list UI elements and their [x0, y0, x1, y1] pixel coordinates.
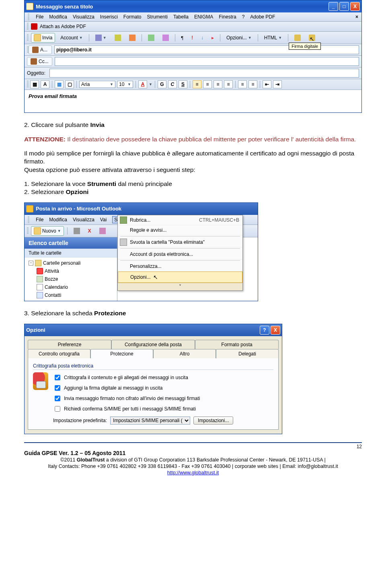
tab-delegati[interactable]: Delegati	[216, 349, 279, 358]
list-num-button[interactable]: ≡	[238, 80, 247, 88]
toolbar-btn[interactable]: ¶	[179, 34, 186, 42]
fmt-btn[interactable]: ▦	[30, 80, 39, 88]
checkbox[interactable]	[55, 375, 60, 380]
tab-ortografia[interactable]: Controllo ortografia	[28, 349, 90, 358]
align-justify-button[interactable]: ≡	[224, 80, 233, 88]
menu-item-svuota[interactable]: Svuota la cartella "Posta eliminata"	[118, 237, 242, 247]
checkbox[interactable]	[55, 385, 60, 391]
menu-expand-button[interactable]: ˅	[118, 283, 242, 290]
toolbar-grip[interactable]	[28, 216, 29, 223]
menu-modifica[interactable]: Modifica	[49, 14, 67, 20]
encrypt-button[interactable]	[292, 33, 304, 42]
toolbar-btn[interactable]	[126, 33, 138, 42]
tab-formato-posta[interactable]: Formato posta	[195, 340, 279, 349]
menu-file[interactable]: File	[36, 14, 43, 20]
menu-visualizza[interactable]: Visualizza	[73, 217, 94, 223]
font-color-button[interactable]: A	[138, 80, 147, 88]
menu-formato[interactable]: Formato	[123, 14, 142, 20]
toolbar-btn[interactable]: ▸	[209, 34, 217, 42]
italic-button[interactable]: C	[168, 80, 177, 88]
tree-root[interactable]: −Cartelle personali	[27, 259, 115, 267]
menu-file[interactable]: File	[36, 217, 43, 223]
align-center-button[interactable]: ≡	[203, 80, 212, 88]
toolbar-grip[interactable]	[27, 227, 29, 235]
menu-adobe-pdf[interactable]: Adobe PDF	[250, 14, 275, 20]
email-body[interactable]: Prova email firmata	[25, 90, 361, 112]
fmt-btn[interactable]: ▢	[65, 80, 74, 88]
cc-input[interactable]	[55, 57, 359, 66]
toolbar-btn[interactable]	[145, 33, 157, 42]
fmt-btn[interactable]: A	[41, 80, 49, 88]
list-bullet-button[interactable]: ≡	[248, 80, 257, 88]
menu-tabella[interactable]: Tabella	[173, 14, 189, 20]
send-button[interactable]: Invia	[31, 33, 55, 43]
close-button[interactable]: X	[271, 326, 280, 335]
menu-item-personalizza[interactable]: Personalizza...	[118, 261, 242, 272]
tree-item[interactable]: Bozze	[27, 275, 115, 283]
toolbar-btn[interactable]	[112, 33, 124, 42]
tree-item[interactable]: Contatti	[27, 291, 115, 299]
chk-encrypt[interactable]: Crittografa il contenuto e gli allegati …	[53, 372, 273, 383]
menu-vai[interactable]: Vai	[100, 217, 107, 223]
fmt-btn[interactable]: ▦	[55, 80, 64, 88]
tab-config-posta[interactable]: Configurazione della posta	[111, 340, 195, 349]
print-button[interactable]	[71, 227, 83, 235]
preset-select[interactable]: Impostazioni S/MIME personali (	[110, 416, 190, 425]
toolbar-grip[interactable]	[28, 14, 29, 20]
tree-item[interactable]: Attività	[27, 267, 115, 275]
menu-inserisci[interactable]: Inserisci	[100, 14, 118, 20]
toolbar-btn[interactable]: ↓	[198, 34, 206, 42]
toolbar-btn[interactable]	[160, 33, 172, 42]
digital-sign-button[interactable]: ↖ Firma digitale	[306, 33, 318, 42]
menu-enigma[interactable]: ENIGMA	[194, 14, 213, 20]
reply-button[interactable]	[96, 227, 109, 235]
font-size-select[interactable]: 10▼	[117, 81, 133, 88]
titlebar[interactable]: Messaggio senza titolo _ □ X	[25, 0, 361, 12]
underline-button[interactable]: S	[179, 80, 187, 88]
menu-finestra[interactable]: Finestra	[219, 14, 236, 20]
close-button[interactable]: X	[350, 2, 360, 11]
tab-protezione[interactable]: Protezione	[90, 349, 153, 358]
new-button[interactable]: Nuovo▼	[31, 226, 64, 236]
menu-strumenti[interactable]: Strumenti	[147, 14, 168, 20]
account-button[interactable]: Account▼	[57, 34, 85, 42]
chk-cleartext[interactable]: Invia messaggio firmato non cifrato all'…	[53, 393, 273, 404]
help-button[interactable]: ?	[260, 326, 269, 335]
checkbox[interactable]	[55, 406, 60, 412]
menu-help[interactable]: ?	[242, 14, 245, 20]
checkbox[interactable]	[55, 396, 60, 401]
chk-receipt[interactable]: Richiedi conferma S/MIME per tutti i mes…	[53, 404, 273, 414]
chk-sign[interactable]: Aggiungi la firma digitale ai messaggi i…	[53, 383, 273, 393]
maximize-button[interactable]: □	[339, 2, 349, 11]
align-right-button[interactable]: ≡	[214, 80, 222, 88]
to-button[interactable]: A...	[29, 45, 52, 54]
menu-item-account[interactable]: Account di posta elettronica...	[118, 249, 242, 259]
toolbar-btn[interactable]: !	[189, 34, 196, 42]
tab-altro[interactable]: Altro	[153, 349, 216, 358]
bold-button[interactable]: G	[158, 80, 166, 88]
toolbar-grip[interactable]	[27, 23, 29, 30]
footer-link[interactable]: http://www.globaltrust.it	[167, 470, 219, 476]
subject-input[interactable]	[49, 69, 359, 78]
indent-button[interactable]: ⇥	[273, 80, 282, 88]
options-button[interactable]: Opzioni...▼	[224, 34, 255, 42]
titlebar[interactable]: Posta in arrivo - Microsoft Outlook	[25, 203, 258, 215]
font-select[interactable]: Aria▼	[79, 81, 115, 88]
minimize-button[interactable]: _	[329, 2, 338, 11]
menu-modifica[interactable]: Modifica	[49, 217, 67, 223]
tab-preferenze[interactable]: Preferenze	[28, 340, 111, 349]
outdent-button[interactable]: ⇤	[263, 80, 271, 88]
attach-adobe-pdf-button[interactable]: Attach as Adobe PDF	[40, 24, 86, 29]
menu-item-rubrica[interactable]: Rubrica... CTRL+MAIUSC+B	[118, 215, 242, 225]
toolbar-btn[interactable]: ▼	[92, 33, 109, 42]
html-format-button[interactable]: HTML▼	[261, 34, 285, 42]
subwindow-close-button[interactable]: ×	[355, 14, 358, 20]
toolbar-grip[interactable]	[27, 34, 29, 41]
align-left-button[interactable]: ≡	[193, 80, 201, 88]
tree-item[interactable]: Calendario	[27, 283, 115, 291]
delete-button[interactable]: X	[85, 227, 94, 235]
menu-item-regole[interactable]: Regole e avvisi...	[118, 225, 242, 235]
cc-button[interactable]: Cc...	[27, 57, 52, 66]
menu-item-opzioni[interactable]: Opzioni... ↖	[118, 272, 242, 283]
menu-visualizza[interactable]: Visualizza	[73, 14, 94, 20]
